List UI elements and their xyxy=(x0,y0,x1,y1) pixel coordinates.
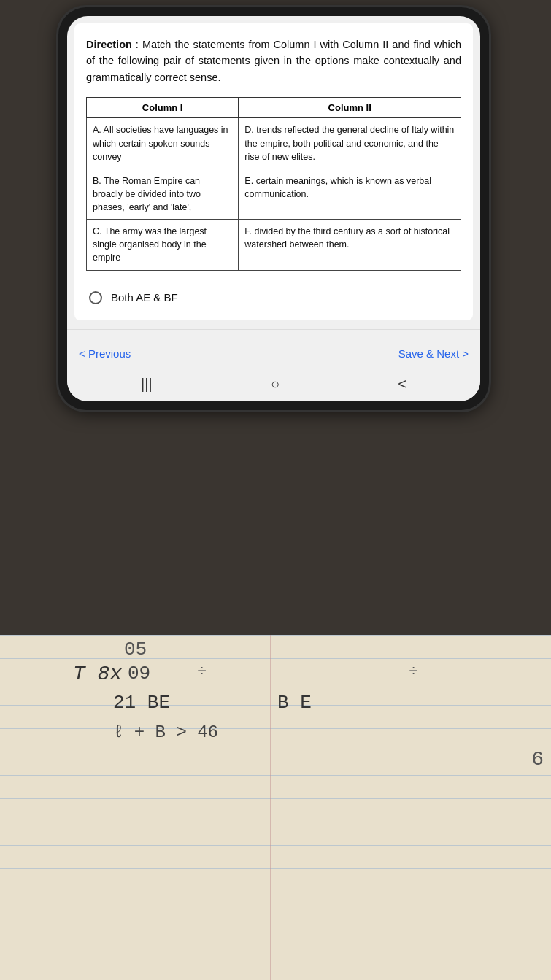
direction-label: Direction xyxy=(86,39,132,50)
col1-header: Column I xyxy=(87,98,239,118)
handwritten-note: ℓ + B > 46 xyxy=(113,722,218,742)
nb-line xyxy=(0,892,551,892)
back-button[interactable]: < xyxy=(398,376,406,393)
previous-button[interactable]: < Previous xyxy=(79,347,131,360)
notebook-lines xyxy=(0,635,551,980)
divider xyxy=(67,329,480,330)
nb-line xyxy=(0,658,551,659)
handwritten-note: ÷ xyxy=(409,663,418,681)
phone-frame: Direction : Match the statements from Co… xyxy=(58,7,489,410)
handwritten-note: T 8x xyxy=(73,663,122,685)
direction-text: Direction : Match the statements from Co… xyxy=(86,36,461,85)
direction-colon: : xyxy=(132,39,142,50)
direction-body: Match the statements from Column I with … xyxy=(86,39,461,83)
option-row[interactable]: Both AE & BF xyxy=(86,285,461,310)
notebook-area: 05 T 8x 09 ÷ ÷ 21 BE B E ℓ + B > 46 6 xyxy=(0,635,551,980)
content-area: Direction : Match the statements from Co… xyxy=(74,23,473,320)
option-text: Both AE & BF xyxy=(111,291,178,304)
nb-line xyxy=(0,728,551,729)
row3-col1: C. The army was the largest single organ… xyxy=(87,220,239,270)
nb-vertical-line xyxy=(270,635,271,980)
radio-button[interactable] xyxy=(89,291,102,304)
row2-col2: E. certain meanings, which is known as v… xyxy=(239,169,461,219)
system-nav: ||| ○ < xyxy=(67,369,480,401)
nb-line xyxy=(0,635,551,636)
row1-col2: D. trends reflected the general decline … xyxy=(239,118,461,169)
next-button[interactable]: Save & Next > xyxy=(398,347,469,360)
nav-bar: < Previous Save & Next > xyxy=(67,339,480,369)
handwritten-note: B E xyxy=(277,692,312,714)
nb-line xyxy=(0,775,551,776)
phone-screen: Direction : Match the statements from Co… xyxy=(67,16,480,401)
menu-button[interactable]: ||| xyxy=(141,376,153,393)
row1-col1: A. All societies have languages in which… xyxy=(87,118,239,169)
table-row: B. The Roman Empire can broadly be divid… xyxy=(87,169,461,219)
handwritten-note: 09 xyxy=(128,663,150,684)
handwritten-note: ÷ xyxy=(197,663,207,681)
nb-line xyxy=(0,868,551,869)
nb-line xyxy=(0,752,551,752)
handwritten-note: 21 BE xyxy=(113,692,170,714)
nb-line xyxy=(0,845,551,846)
row2-col1: B. The Roman Empire can broadly be divid… xyxy=(87,169,239,219)
nb-line xyxy=(0,798,551,799)
col2-header: Column II xyxy=(239,98,461,118)
table-row: C. The army was the largest single organ… xyxy=(87,220,461,270)
row3-col2: F. divided by the third century as a sor… xyxy=(239,220,461,270)
nb-line xyxy=(0,822,551,822)
match-table: Column I Column II A. All societies have… xyxy=(86,97,461,270)
home-button[interactable]: ○ xyxy=(271,376,280,393)
handwritten-note: 05 xyxy=(124,638,147,660)
nb-line xyxy=(0,705,551,706)
table-row: A. All societies have languages in which… xyxy=(87,118,461,169)
handwritten-note: 6 xyxy=(531,748,544,771)
